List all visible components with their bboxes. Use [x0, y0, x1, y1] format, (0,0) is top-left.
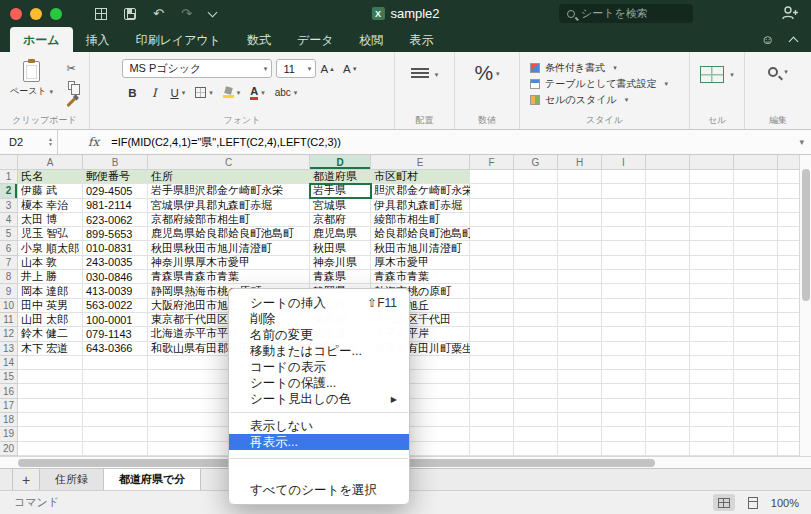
cell-x128[interactable]	[734, 270, 778, 284]
cell-x1010[interactable]	[646, 299, 690, 313]
cell-F20[interactable]	[470, 442, 514, 456]
cell-B16[interactable]	[83, 384, 148, 398]
zoom-level[interactable]: 100%	[771, 497, 799, 509]
cell-D3[interactable]: 宮城県	[310, 199, 371, 213]
cell-x1116[interactable]	[690, 384, 734, 398]
cell-x111[interactable]	[690, 170, 734, 184]
paste-button[interactable]: ペースト▾	[10, 61, 53, 109]
cell-A20[interactable]	[18, 442, 83, 456]
cell-D8[interactable]: 青森県	[310, 270, 371, 284]
cell-x1217[interactable]	[734, 399, 778, 413]
formula-bar-expand-icon[interactable]: ▾	[799, 137, 804, 147]
cell-G16[interactable]	[514, 384, 558, 398]
row-header-12[interactable]: 12	[0, 327, 18, 341]
cell-F18[interactable]	[470, 413, 514, 427]
cell-x1115[interactable]	[690, 370, 734, 384]
cell-H6[interactable]	[558, 241, 602, 255]
cell-A10[interactable]: 田中 英男	[18, 299, 83, 313]
cell-C6[interactable]: 秋田県秋田市旭川清澄町	[148, 241, 310, 255]
cell-x119[interactable]	[690, 284, 734, 298]
cell-G2[interactable]	[514, 184, 558, 198]
sheet-tab-address-book[interactable]: 住所録	[40, 469, 104, 490]
menu-item-tab-color[interactable]: シート見出しの色▶	[229, 391, 409, 407]
cell-E2[interactable]: 胆沢郡金ケ崎町永栄	[371, 184, 470, 198]
tab-home[interactable]: ホーム	[10, 27, 73, 52]
cell-H8[interactable]	[558, 270, 602, 284]
cell-F1[interactable]	[470, 170, 514, 184]
cell-B6[interactable]: 010-0831	[83, 241, 148, 255]
cell-B1[interactable]: 郵便番号	[83, 170, 148, 184]
cell-x122[interactable]	[734, 184, 778, 198]
cell-G14[interactable]	[514, 356, 558, 370]
editing-button[interactable]: ▾	[768, 52, 788, 77]
column-header-F[interactable]: F	[470, 155, 514, 170]
cell-x129[interactable]	[734, 284, 778, 298]
row-header-7[interactable]: 7	[0, 256, 18, 270]
cell-B19[interactable]	[83, 427, 148, 441]
sheet-tab-split-by-prefecture[interactable]: 都道府県で分	[104, 469, 201, 490]
increase-font-size-button[interactable]: A▲	[316, 59, 339, 78]
cell-H14[interactable]	[558, 356, 602, 370]
cell-F9[interactable]	[470, 284, 514, 298]
cell-B5[interactable]: 899-5653	[83, 227, 148, 241]
menu-item-rename-sheet[interactable]: 名前の変更	[229, 327, 409, 343]
cell-B14[interactable]	[83, 356, 148, 370]
cell-x115[interactable]	[690, 227, 734, 241]
cell-H18[interactable]	[558, 413, 602, 427]
column-header-G[interactable]: G	[514, 155, 558, 170]
tab-view[interactable]: 表示	[397, 27, 447, 52]
cell-x1220[interactable]	[734, 442, 778, 456]
cell-x105[interactable]	[646, 227, 690, 241]
phonetic-guide-button[interactable]: abc▾	[271, 83, 302, 102]
cell-G20[interactable]	[514, 442, 558, 456]
column-header-H[interactable]: H	[558, 155, 602, 170]
cell-E5[interactable]: 姶良郡姶良町池島町	[371, 227, 470, 241]
cell-x104[interactable]	[646, 213, 690, 227]
row-header-18[interactable]: 18	[0, 413, 18, 427]
column-header-blank-11[interactable]	[690, 155, 734, 170]
name-box[interactable]: D2 ▲▼	[0, 130, 58, 154]
cell-B7[interactable]: 243-0035	[83, 256, 148, 270]
row-header-20[interactable]: 20	[0, 442, 18, 456]
tab-data[interactable]: データ	[284, 27, 347, 52]
alignment-button[interactable]: ▾	[411, 52, 439, 81]
cell-G8[interactable]	[514, 270, 558, 284]
cell-I14[interactable]	[602, 356, 646, 370]
cell-A15[interactable]	[18, 370, 83, 384]
row-header-17[interactable]: 17	[0, 399, 18, 413]
cell-x109[interactable]	[646, 284, 690, 298]
cell-x1018[interactable]	[646, 413, 690, 427]
cell-G13[interactable]	[514, 342, 558, 356]
cell-H1[interactable]	[558, 170, 602, 184]
cell-C7[interactable]: 神奈川県厚木市愛甲	[148, 256, 310, 270]
underline-button[interactable]: U▾	[166, 83, 189, 102]
column-header-A[interactable]: A	[18, 155, 83, 170]
row-header-1[interactable]: 1	[0, 170, 18, 184]
column-header-E[interactable]: E	[371, 155, 470, 170]
number-format-button[interactable]: %▾	[474, 61, 499, 85]
cut-button[interactable]: ✂	[63, 62, 79, 75]
cell-F19[interactable]	[470, 427, 514, 441]
cell-I12[interactable]	[602, 327, 646, 341]
tab-insert[interactable]: 挿入	[73, 27, 123, 52]
tab-page-layout[interactable]: 印刷レイアウト	[123, 27, 234, 52]
font-color-button[interactable]: A▾	[246, 83, 268, 102]
cell-H4[interactable]	[558, 213, 602, 227]
row-header-6[interactable]: 6	[0, 241, 18, 255]
minimize-window-button[interactable]	[30, 8, 42, 20]
cell-I17[interactable]	[602, 399, 646, 413]
cell-C5[interactable]: 鹿児島県姶良郡姶良町池島町	[148, 227, 310, 241]
column-header-C[interactable]: C	[148, 155, 310, 170]
cells-button[interactable]: ▾	[700, 52, 734, 83]
feedback-smiley-icon[interactable]: ☺	[761, 33, 774, 46]
cell-G19[interactable]	[514, 427, 558, 441]
cell-A17[interactable]	[18, 399, 83, 413]
cell-E6[interactable]: 秋田市旭川清澄町	[371, 241, 470, 255]
cell-A3[interactable]: 榎本 幸治	[18, 199, 83, 213]
cell-G12[interactable]	[514, 327, 558, 341]
menu-item-protect-sheet[interactable]: シートの保護...	[229, 375, 409, 391]
cell-G9[interactable]	[514, 284, 558, 298]
menu-item-delete-sheet[interactable]: 削除	[229, 311, 409, 327]
cell-G11[interactable]	[514, 313, 558, 327]
cell-x1014[interactable]	[646, 356, 690, 370]
